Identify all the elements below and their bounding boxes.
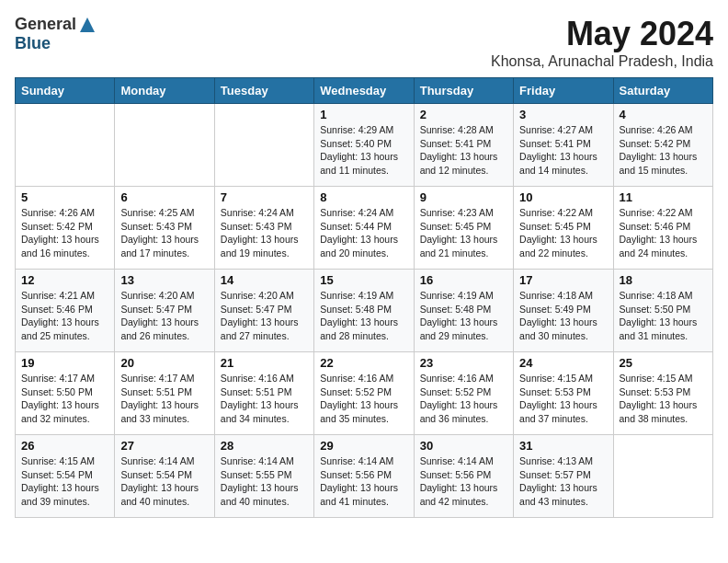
day-info: Sunrise: 4:21 AM Sunset: 5:46 PM Dayligh… xyxy=(21,289,108,343)
calendar-cell xyxy=(16,104,115,187)
calendar-cell: 7Sunrise: 4:24 AM Sunset: 5:43 PM Daylig… xyxy=(214,187,313,270)
day-info: Sunrise: 4:15 AM Sunset: 5:54 PM Dayligh… xyxy=(21,454,108,509)
day-number: 4 xyxy=(620,108,707,121)
day-number: 31 xyxy=(519,439,607,453)
day-info: Sunrise: 4:14 AM Sunset: 5:56 PM Dayligh… xyxy=(420,454,507,509)
calendar-cell: 21Sunrise: 4:16 AM Sunset: 5:51 PM Dayli… xyxy=(214,352,313,435)
day-info: Sunrise: 4:19 AM Sunset: 5:48 PM Dayligh… xyxy=(420,289,507,343)
calendar-week-5: 26Sunrise: 4:15 AM Sunset: 5:54 PM Dayli… xyxy=(16,435,713,518)
day-number: 8 xyxy=(320,190,407,204)
day-info: Sunrise: 4:26 AM Sunset: 5:42 PM Dayligh… xyxy=(620,123,707,178)
calendar-cell: 26Sunrise: 4:15 AM Sunset: 5:54 PM Dayli… xyxy=(16,435,115,518)
calendar-header-saturday: Saturday xyxy=(613,78,712,104)
calendar-cell: 3Sunrise: 4:27 AM Sunset: 5:41 PM Daylig… xyxy=(514,104,613,187)
day-number: 18 xyxy=(620,273,707,287)
calendar-cell: 22Sunrise: 4:16 AM Sunset: 5:52 PM Dayli… xyxy=(314,352,414,435)
calendar-cell: 17Sunrise: 4:18 AM Sunset: 5:49 PM Dayli… xyxy=(514,270,613,352)
day-number: 9 xyxy=(420,190,507,204)
day-info: Sunrise: 4:28 AM Sunset: 5:41 PM Dayligh… xyxy=(420,123,507,178)
day-number: 6 xyxy=(120,190,208,204)
day-number: 7 xyxy=(221,190,308,204)
logo-general: General xyxy=(15,15,76,34)
day-number: 10 xyxy=(519,190,607,204)
day-info: Sunrise: 4:22 AM Sunset: 5:45 PM Dayligh… xyxy=(519,206,607,260)
calendar-header-tuesday: Tuesday xyxy=(214,78,313,104)
calendar-cell: 25Sunrise: 4:15 AM Sunset: 5:53 PM Dayli… xyxy=(613,352,712,435)
calendar-header-monday: Monday xyxy=(115,78,214,104)
day-info: Sunrise: 4:24 AM Sunset: 5:43 PM Dayligh… xyxy=(221,206,308,260)
day-number: 30 xyxy=(420,439,507,453)
day-info: Sunrise: 4:14 AM Sunset: 5:54 PM Dayligh… xyxy=(120,454,208,509)
calendar-cell: 28Sunrise: 4:14 AM Sunset: 5:55 PM Dayli… xyxy=(214,435,313,518)
calendar-week-2: 5Sunrise: 4:26 AM Sunset: 5:42 PM Daylig… xyxy=(16,187,713,270)
day-info: Sunrise: 4:17 AM Sunset: 5:51 PM Dayligh… xyxy=(120,372,208,426)
calendar-cell: 2Sunrise: 4:28 AM Sunset: 5:41 PM Daylig… xyxy=(414,104,513,187)
logo: General Blue xyxy=(15,15,97,53)
calendar-cell: 31Sunrise: 4:13 AM Sunset: 5:57 PM Dayli… xyxy=(514,435,613,518)
page-header: General Blue May 2024 Khonsa, Arunachal … xyxy=(15,15,713,70)
day-info: Sunrise: 4:20 AM Sunset: 5:47 PM Dayligh… xyxy=(120,289,208,343)
day-info: Sunrise: 4:22 AM Sunset: 5:46 PM Dayligh… xyxy=(620,206,707,260)
day-info: Sunrise: 4:18 AM Sunset: 5:49 PM Dayligh… xyxy=(519,289,607,343)
calendar-cell: 27Sunrise: 4:14 AM Sunset: 5:54 PM Dayli… xyxy=(115,435,214,518)
day-number: 19 xyxy=(21,356,108,370)
calendar-cell: 24Sunrise: 4:15 AM Sunset: 5:53 PM Dayli… xyxy=(514,352,613,435)
calendar-cell: 6Sunrise: 4:25 AM Sunset: 5:43 PM Daylig… xyxy=(115,187,214,270)
calendar-table: SundayMondayTuesdayWednesdayThursdayFrid… xyxy=(15,77,713,518)
day-info: Sunrise: 4:15 AM Sunset: 5:53 PM Dayligh… xyxy=(620,372,707,426)
calendar-cell xyxy=(115,104,214,187)
calendar-cell: 9Sunrise: 4:23 AM Sunset: 5:45 PM Daylig… xyxy=(414,187,513,270)
day-number: 1 xyxy=(320,108,407,121)
day-number: 22 xyxy=(320,356,407,370)
day-number: 25 xyxy=(620,356,707,370)
calendar-cell: 8Sunrise: 4:24 AM Sunset: 5:44 PM Daylig… xyxy=(314,187,414,270)
day-number: 3 xyxy=(519,108,607,121)
calendar-cell: 5Sunrise: 4:26 AM Sunset: 5:42 PM Daylig… xyxy=(16,187,115,270)
day-info: Sunrise: 4:14 AM Sunset: 5:56 PM Dayligh… xyxy=(320,454,407,509)
day-info: Sunrise: 4:18 AM Sunset: 5:50 PM Dayligh… xyxy=(620,289,707,343)
day-number: 5 xyxy=(21,190,108,204)
month-title: May 2024 xyxy=(491,15,713,53)
calendar-cell: 16Sunrise: 4:19 AM Sunset: 5:48 PM Dayli… xyxy=(414,270,513,352)
calendar-cell: 14Sunrise: 4:20 AM Sunset: 5:47 PM Dayli… xyxy=(214,270,313,352)
calendar-cell xyxy=(214,104,313,187)
day-number: 16 xyxy=(420,273,507,287)
location: Khonsa, Arunachal Pradesh, India xyxy=(491,53,713,70)
day-number: 28 xyxy=(221,439,308,453)
calendar-cell: 4Sunrise: 4:26 AM Sunset: 5:42 PM Daylig… xyxy=(613,104,712,187)
day-number: 21 xyxy=(221,356,308,370)
calendar-cell: 13Sunrise: 4:20 AM Sunset: 5:47 PM Dayli… xyxy=(115,270,214,352)
day-number: 20 xyxy=(120,356,208,370)
calendar-body: 1Sunrise: 4:29 AM Sunset: 5:40 PM Daylig… xyxy=(16,104,713,518)
calendar-week-3: 12Sunrise: 4:21 AM Sunset: 5:46 PM Dayli… xyxy=(16,270,713,352)
calendar-cell: 18Sunrise: 4:18 AM Sunset: 5:50 PM Dayli… xyxy=(613,270,712,352)
day-number: 2 xyxy=(420,108,507,121)
day-number: 26 xyxy=(21,439,108,453)
calendar-cell: 15Sunrise: 4:19 AM Sunset: 5:48 PM Dayli… xyxy=(314,270,414,352)
calendar-cell: 19Sunrise: 4:17 AM Sunset: 5:50 PM Dayli… xyxy=(16,352,115,435)
calendar-cell: 11Sunrise: 4:22 AM Sunset: 5:46 PM Dayli… xyxy=(613,187,712,270)
calendar-cell: 30Sunrise: 4:14 AM Sunset: 5:56 PM Dayli… xyxy=(414,435,513,518)
day-info: Sunrise: 4:23 AM Sunset: 5:45 PM Dayligh… xyxy=(420,206,507,260)
day-info: Sunrise: 4:16 AM Sunset: 5:51 PM Dayligh… xyxy=(221,372,308,426)
day-info: Sunrise: 4:27 AM Sunset: 5:41 PM Dayligh… xyxy=(519,123,607,178)
day-info: Sunrise: 4:20 AM Sunset: 5:47 PM Dayligh… xyxy=(221,289,308,343)
day-info: Sunrise: 4:17 AM Sunset: 5:50 PM Dayligh… xyxy=(21,372,108,426)
day-info: Sunrise: 4:29 AM Sunset: 5:40 PM Dayligh… xyxy=(320,123,407,178)
calendar-cell: 1Sunrise: 4:29 AM Sunset: 5:40 PM Daylig… xyxy=(314,104,414,187)
calendar-cell: 10Sunrise: 4:22 AM Sunset: 5:45 PM Dayli… xyxy=(514,187,613,270)
day-info: Sunrise: 4:25 AM Sunset: 5:43 PM Dayligh… xyxy=(120,206,208,260)
svg-marker-0 xyxy=(80,17,95,32)
day-number: 12 xyxy=(21,273,108,287)
day-number: 11 xyxy=(620,190,707,204)
day-info: Sunrise: 4:14 AM Sunset: 5:55 PM Dayligh… xyxy=(221,454,308,509)
day-info: Sunrise: 4:24 AM Sunset: 5:44 PM Dayligh… xyxy=(320,206,407,260)
day-number: 17 xyxy=(519,273,607,287)
day-number: 13 xyxy=(120,273,208,287)
day-info: Sunrise: 4:26 AM Sunset: 5:42 PM Dayligh… xyxy=(21,206,108,260)
calendar-cell: 12Sunrise: 4:21 AM Sunset: 5:46 PM Dayli… xyxy=(16,270,115,352)
day-info: Sunrise: 4:16 AM Sunset: 5:52 PM Dayligh… xyxy=(420,372,507,426)
day-info: Sunrise: 4:15 AM Sunset: 5:53 PM Dayligh… xyxy=(519,372,607,426)
day-info: Sunrise: 4:19 AM Sunset: 5:48 PM Dayligh… xyxy=(320,289,407,343)
title-block: May 2024 Khonsa, Arunachal Pradesh, Indi… xyxy=(491,15,713,70)
